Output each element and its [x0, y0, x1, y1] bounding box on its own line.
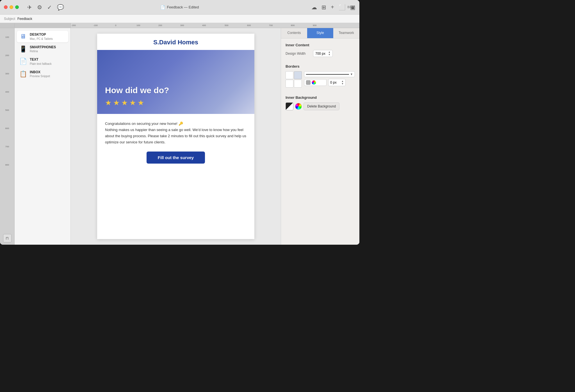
- delete-background-button[interactable]: Delete Background: [304, 102, 339, 110]
- right-panel-content: Inner Content Design Width 700 px ▲ ▼: [281, 38, 359, 115]
- vertical-ruler: 100 200 300 400 500 600 700 800 ⊓: [0, 28, 15, 245]
- sidebar-bottom-button[interactable]: ⊓: [3, 234, 12, 242]
- ruler-mark-200: 200: [158, 24, 162, 27]
- cloud-icon[interactable]: ☁: [311, 4, 317, 11]
- border-cell-tr[interactable]: [294, 71, 302, 79]
- smartphone-label: SMARTPHONES: [30, 45, 56, 50]
- star-3[interactable]: ★: [121, 98, 128, 107]
- add-icon[interactable]: +: [331, 4, 334, 10]
- device-smartphones[interactable]: 📱 SMARTPHONES Retina: [17, 43, 68, 55]
- settings-icon[interactable]: ⚙: [37, 4, 42, 11]
- inbox-icon: 📋: [19, 70, 27, 78]
- vruler-mark-800: 800: [5, 164, 9, 166]
- desktop-icon: 🖥: [19, 33, 27, 40]
- email-cta-button[interactable]: Fill out the survey: [147, 152, 205, 164]
- background-color-picker[interactable]: [295, 103, 302, 110]
- device-desktop[interactable]: 🖥 DESKTOP Mac, PC & Tablets: [17, 31, 68, 42]
- ruler-mark-700: 700: [269, 24, 273, 27]
- design-width-row: Design Width 700 px ▲ ▼: [286, 50, 355, 57]
- stepper-up[interactable]: ▲: [328, 51, 330, 53]
- border-px-down[interactable]: ▼: [341, 82, 344, 85]
- email-stars: ★ ★ ★ ★ ★: [105, 98, 247, 107]
- background-color-swatch[interactable]: [286, 102, 293, 110]
- email-hero-title: How did we do?: [105, 86, 247, 95]
- traffic-lights: [4, 5, 19, 9]
- border-px-value: 0 px: [330, 81, 337, 84]
- email-body: Congratulations on securing your new hom…: [97, 114, 254, 173]
- maximize-button[interactable]: [15, 5, 19, 9]
- border-px-up[interactable]: ▲: [341, 80, 344, 82]
- vruler-mark-600: 600: [5, 127, 9, 130]
- email-body-line1: Congratulations on securing your new hom…: [105, 122, 183, 126]
- border-cell-tl[interactable]: [286, 71, 293, 79]
- ruler-mark-500: 500: [225, 24, 228, 27]
- frame-icon[interactable]: ⬜: [339, 4, 346, 11]
- layout-icon[interactable]: ⊞: [321, 4, 326, 11]
- design-width-stepper[interactable]: ▲ ▼: [328, 51, 330, 56]
- app-window: ✈ ⚙ ✓ 💬 📄 Feedback — Edited ☁ ⊞ + ⬜ ▣ BE…: [0, 0, 359, 245]
- border-cell-bl[interactable]: [286, 80, 293, 88]
- border-color-picker[interactable]: [312, 80, 316, 85]
- borders-section: Borders: [286, 64, 355, 90]
- star-2[interactable]: ★: [113, 98, 120, 107]
- tab-teamwork[interactable]: Teamwork: [333, 28, 359, 38]
- text-icon: 📄: [19, 58, 27, 65]
- border-style-select[interactable]: ▼: [304, 71, 355, 77]
- ruler-mark-800: 800: [291, 24, 295, 27]
- inbox-sub: Preview Snippet: [30, 74, 50, 78]
- ruler-mark-n100: -100: [93, 24, 98, 27]
- email-cta-wrapper: Fill out the survey: [105, 152, 247, 164]
- design-width-input[interactable]: 700 px ▲ ▼: [313, 50, 333, 57]
- color-swatch-row: Delete Background: [286, 102, 355, 110]
- right-tabs: Contents Style Teamwork: [281, 28, 359, 38]
- email-body-text: Congratulations on securing your new hom…: [105, 121, 247, 145]
- inner-background-title: Inner Background: [286, 95, 355, 100]
- inner-background-section: Inner Background Delete Background: [286, 95, 355, 110]
- tab-style[interactable]: Style: [307, 28, 333, 38]
- device-panel: 🖥 DESKTOP Mac, PC & Tablets 📱 SMARTPHONE…: [15, 28, 71, 245]
- text-label: TEXT: [30, 58, 52, 62]
- border-px-stepper[interactable]: ▲ ▼: [341, 80, 344, 85]
- border-cell-br[interactable]: [294, 80, 302, 88]
- border-px-input[interactable]: [304, 79, 327, 86]
- border-px-row: 0 px ▲ ▼: [304, 79, 355, 86]
- vruler-mark-300: 300: [5, 72, 9, 75]
- vruler-mark-700: 700: [5, 145, 9, 148]
- border-color-swatch[interactable]: [306, 80, 311, 85]
- border-style-row: ▼: [304, 71, 355, 77]
- star-5[interactable]: ★: [138, 98, 144, 107]
- inner-content-title: Inner Content: [286, 43, 355, 47]
- email-preview: S.David Homes How did we do? ★ ★ ★ ★ ★: [97, 34, 254, 239]
- chat-icon[interactable]: 💬: [57, 4, 64, 11]
- text-sub: Plain text fallback: [30, 62, 52, 66]
- titlebar-center: 📄 Feedback — Edited: [160, 5, 199, 10]
- send-icon[interactable]: ✈: [27, 4, 32, 11]
- border-px-value-input[interactable]: 0 px ▲ ▼: [328, 79, 346, 86]
- close-button[interactable]: [4, 5, 8, 9]
- expand-icon: ⊓: [6, 236, 9, 240]
- desktop-sub: Mac, PC & Tablets: [30, 37, 53, 41]
- check-icon[interactable]: ✓: [47, 4, 52, 11]
- email-company-name: S.David Homes: [97, 34, 254, 50]
- star-1[interactable]: ★: [105, 98, 111, 107]
- minimize-button[interactable]: [10, 5, 13, 9]
- ruler-mark-100: 100: [136, 24, 140, 27]
- vruler-mark-400: 400: [5, 91, 9, 93]
- border-line-preview: [306, 74, 349, 75]
- tab-contents[interactable]: Contents: [281, 28, 307, 38]
- device-text[interactable]: 📄 TEXT Plain text fallback: [17, 56, 68, 67]
- beta-label: BETA: [348, 6, 355, 9]
- desktop-label: DESKTOP: [30, 33, 53, 37]
- stepper-down[interactable]: ▼: [328, 54, 330, 56]
- ruler-mark-n200: -200: [71, 24, 76, 27]
- ruler-mark-0: 0: [115, 24, 116, 27]
- borders-title: Borders: [286, 64, 355, 68]
- ruler-mark-300: 300: [180, 24, 184, 27]
- ruler-mark-900: 900: [313, 24, 316, 27]
- device-inbox[interactable]: 📋 INBOX Preview Snippet: [17, 68, 68, 80]
- subjectbar: Subject Feedback: [0, 15, 359, 23]
- document-icon: 📄: [160, 5, 165, 10]
- email-hero[interactable]: How did we do? ★ ★ ★ ★ ★: [97, 50, 254, 114]
- star-4[interactable]: ★: [129, 98, 136, 107]
- right-panel: Contents Style Teamwork Inner Content De…: [281, 28, 359, 245]
